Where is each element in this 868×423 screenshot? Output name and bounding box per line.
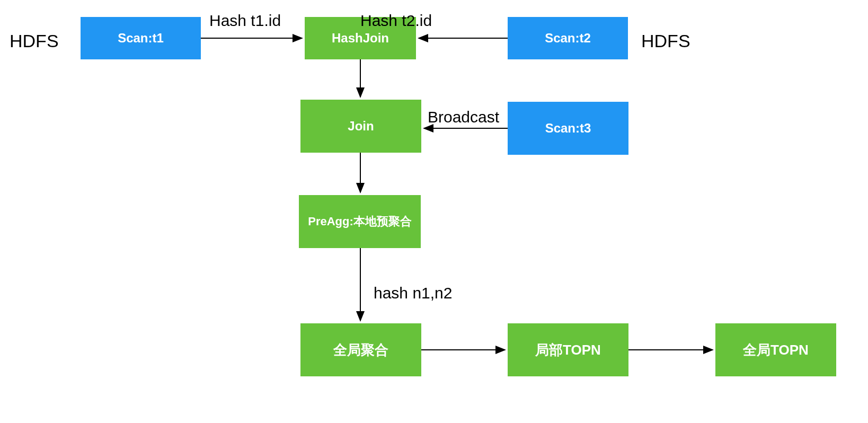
edge-label-hash-t2-id: Hash t2.id <box>360 12 432 30</box>
edge-label-broadcast: Broadcast <box>428 108 499 126</box>
node-preagg: PreAgg:本地预聚合 <box>299 195 421 248</box>
node-global-agg: 全局聚合 <box>300 323 421 376</box>
node-global-topn: 全局TOPN <box>715 323 836 376</box>
node-scan-t1: Scan:t1 <box>81 17 201 59</box>
node-local-topn: 局部TOPN <box>508 323 628 376</box>
node-scan-t2: Scan:t2 <box>508 17 628 59</box>
edge-label-hash-t1-id: Hash t1.id <box>209 12 281 30</box>
node-scan-t3: Scan:t3 <box>508 102 628 155</box>
hdfs-right-label: HDFS <box>641 31 690 51</box>
edge-label-hash-n1n2: hash n1,n2 <box>374 284 452 302</box>
node-join: Join <box>300 100 421 153</box>
hdfs-left-label: HDFS <box>10 31 59 51</box>
